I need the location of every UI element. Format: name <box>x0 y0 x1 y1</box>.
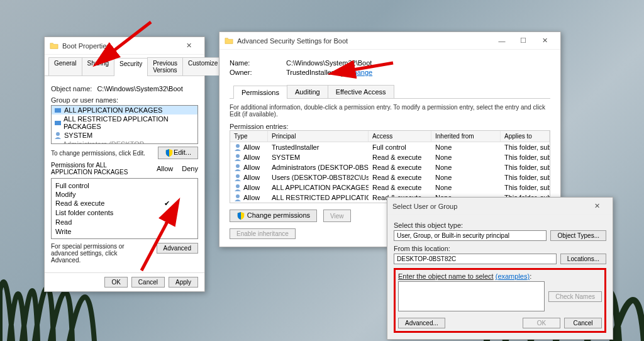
deny-check <box>176 227 195 236</box>
object-name-value: C:\Windows\System32\Boot <box>97 85 182 92</box>
allow-check: ✔ <box>157 218 176 227</box>
tab-effective-access[interactable]: Effective Access <box>328 85 394 98</box>
change-link[interactable]: Change <box>348 69 373 76</box>
examples-link[interactable]: (examples) <box>496 272 530 280</box>
titlebar[interactable]: Select User or Group ✕ <box>387 198 613 215</box>
enable-inheritance-button[interactable]: Enable inheritance <box>230 228 296 239</box>
person-icon <box>234 174 242 181</box>
window-title: Boot Properties <box>62 42 178 50</box>
group-listbox[interactable]: ALL APPLICATION PACKAGES ALL RESTRICTED … <box>51 105 198 144</box>
svg-point-7 <box>236 174 240 178</box>
tab-security[interactable]: Security <box>114 58 148 76</box>
person-icon <box>54 131 62 139</box>
person-icon <box>234 194 242 201</box>
tab-auditing[interactable]: Auditing <box>287 85 328 98</box>
allow-check <box>157 190 176 199</box>
deny-check <box>176 218 195 227</box>
apply-button[interactable]: Apply <box>169 277 198 288</box>
folder-icon <box>225 36 233 45</box>
allow-check <box>157 227 176 236</box>
perm-header-label: Permissions for ALL APPLICATION PACKAGES <box>51 162 139 176</box>
select-user-group-window: Select User or Group ✕ Select this objec… <box>387 197 613 340</box>
permissions-box: Full controlModifyRead & execute✔List fo… <box>51 178 198 239</box>
list-item: Administrators (DESKTOP-0BST82C\Administ… <box>52 140 197 144</box>
allow-check: ✔ <box>157 208 176 218</box>
window-title: Advanced Security Settings for Boot <box>237 37 491 45</box>
edit-button[interactable]: Edit... <box>158 147 198 159</box>
tab-general[interactable]: General <box>48 57 82 75</box>
col-inherited[interactable]: Inherited from <box>431 131 501 142</box>
tab-previous-versions[interactable]: Previous Versions <box>147 57 183 75</box>
deny-check <box>176 208 195 218</box>
person-icon <box>234 164 242 171</box>
tabs: General Sharing Security Previous Versio… <box>45 55 204 76</box>
hint-text: For additional information, double-click… <box>230 104 550 118</box>
perm-name: Modify <box>54 190 157 199</box>
allow-check: ✔ <box>157 199 176 208</box>
perm-name: Write <box>54 227 157 236</box>
group-label: Group or user names: <box>51 96 198 104</box>
cancel-button[interactable]: Cancel <box>564 318 602 328</box>
close-icon[interactable]: ✕ <box>534 34 555 48</box>
person-icon <box>234 184 242 191</box>
name-label: Name: <box>230 59 286 67</box>
entries-label: Permission entries: <box>230 123 550 130</box>
table-row[interactable]: AllowALL APPLICATION PACKAGESRead & exec… <box>230 182 550 193</box>
svg-point-6 <box>236 164 240 168</box>
object-types-button[interactable]: Object Types... <box>550 230 606 241</box>
list-item: ALL APPLICATION PACKAGES <box>52 106 197 115</box>
perm-name: List folder contents <box>54 208 157 218</box>
person-icon <box>234 154 242 161</box>
tab-sharing[interactable]: Sharing <box>82 57 114 75</box>
cancel-button[interactable]: Cancel <box>131 277 165 288</box>
name-value: C:\Windows\System32\Boot <box>286 59 550 67</box>
svg-point-9 <box>236 194 240 198</box>
maximize-icon[interactable]: ☐ <box>513 34 534 48</box>
check-names-button[interactable]: Check Names <box>548 291 602 302</box>
col-principal[interactable]: Principal <box>268 131 369 142</box>
table-row[interactable]: AllowAdministrators (DESKTOP-0BS...Read … <box>230 162 550 172</box>
permission-entries-table[interactable]: Type Principal Access Inherited from App… <box>230 130 550 203</box>
advanced-button[interactable]: Advanced... <box>398 318 445 328</box>
close-icon[interactable]: ✕ <box>586 199 608 213</box>
window-title: Select User or Group <box>392 203 586 210</box>
svg-rect-1 <box>55 121 61 125</box>
object-name-input[interactable] <box>398 281 545 311</box>
locations-button[interactable]: Locations... <box>560 254 606 264</box>
folder-icon <box>50 42 58 50</box>
col-access[interactable]: Access <box>369 131 431 142</box>
ok-button[interactable]: OK <box>104 277 127 288</box>
change-permissions-button[interactable]: Change permissions <box>230 210 317 222</box>
allow-check <box>157 181 176 190</box>
person-icon <box>234 143 242 151</box>
col-type[interactable]: Type <box>230 131 268 142</box>
close-icon[interactable]: ✕ <box>178 39 199 53</box>
minimize-icon[interactable]: — <box>491 34 513 48</box>
table-row[interactable]: AllowUsers (DESKTOP-0BST82C\Use...Read &… <box>230 172 550 182</box>
perm-name: Read & execute <box>54 199 157 208</box>
list-item: ALL RESTRICTED APPLICATION PACKAGES <box>52 115 197 131</box>
view-button[interactable]: View <box>323 210 351 222</box>
tab-customize[interactable]: Customize <box>182 57 223 75</box>
advanced-hint: For special permissions or advanced sett… <box>51 243 145 264</box>
advanced-button[interactable]: Advanced <box>157 243 198 254</box>
titlebar[interactable]: Advanced Security Settings for Boot — ☐ … <box>219 32 560 50</box>
owner-label: Owner: <box>230 69 286 77</box>
deny-check <box>176 199 195 208</box>
svg-point-5 <box>236 154 240 158</box>
location-field <box>394 254 557 264</box>
titlebar[interactable]: Boot Properties ✕ <box>45 37 204 55</box>
deny-check <box>176 190 195 199</box>
object-type-field <box>394 230 547 241</box>
table-row[interactable]: AllowTrustedInstallerFull controlNoneThi… <box>230 142 550 152</box>
svg-point-8 <box>236 184 240 188</box>
table-row[interactable]: AllowSYSTEMRead & executeNoneThis folder… <box>230 152 550 162</box>
tab-permissions[interactable]: Permissions <box>233 86 287 99</box>
col-applies[interactable]: Applies to <box>501 131 550 142</box>
svg-point-2 <box>56 132 60 136</box>
package-icon <box>54 119 61 126</box>
perm-name: Read <box>54 218 157 227</box>
object-name-label: Enter the object name to select <box>398 272 494 280</box>
ok-button[interactable]: OK <box>523 318 560 328</box>
boot-properties-window: Boot Properties ✕ General Sharing Securi… <box>44 36 205 292</box>
